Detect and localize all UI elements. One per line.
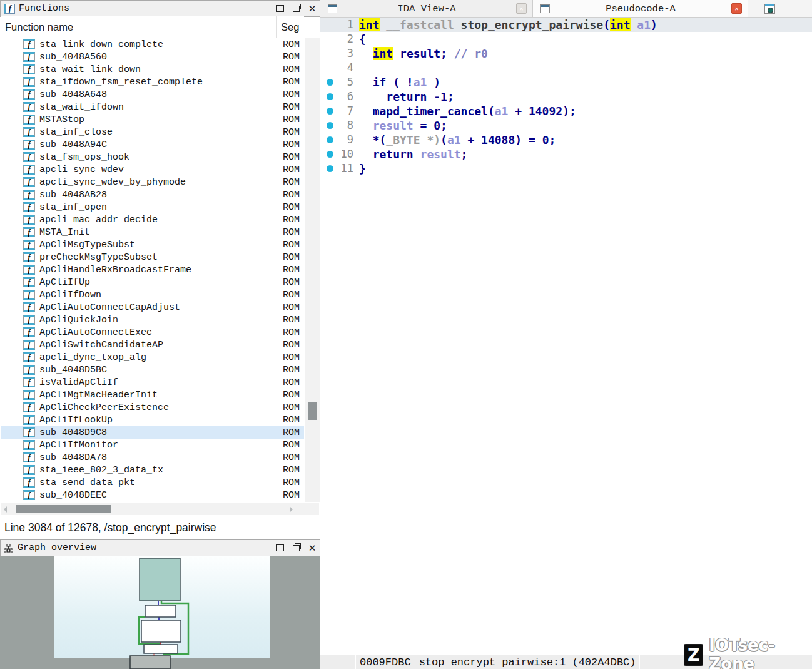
close-icon: ✕ — [308, 543, 317, 554]
code-line[interactable]: 4 — [320, 61, 812, 75]
tab-extra-view[interactable] — [748, 0, 812, 17]
function-name: ApCliAutoConnectCapAdjust — [39, 302, 280, 313]
function-row[interactable]: fApCliCheckPeerExistenceROM — [1, 401, 304, 414]
function-icon: f — [23, 302, 35, 312]
function-row[interactable]: fApCliIfUpROM — [1, 276, 304, 289]
code-line[interactable]: 2{ — [320, 32, 812, 46]
function-name: sub_4048DA78 — [39, 452, 280, 463]
function-icon: f — [23, 39, 35, 49]
function-name: ApCliMsgTypeSubst — [39, 240, 280, 250]
scroll-left-arrow-icon[interactable] — [4, 506, 7, 513]
function-name: ApCliIfUp — [39, 277, 280, 288]
function-row[interactable]: fApCliHandleRxBroadcastFrameROM — [1, 263, 304, 276]
function-icon: f — [23, 477, 35, 488]
maximize-button[interactable] — [272, 543, 288, 554]
function-name: sub_4048D9C8 — [39, 427, 280, 438]
horizontal-scrollbar-thumb[interactable] — [16, 505, 111, 513]
function-row[interactable]: fapcli_mac_addr_decideROM — [1, 213, 304, 226]
pseudocode-view[interactable]: 1int __fastcall stop_encrypt_pairwise(in… — [320, 18, 812, 655]
function-row[interactable]: fsub_4048A560ROM — [1, 51, 304, 63]
function-row[interactable]: fsta_wait_link_downROM — [1, 63, 304, 76]
column-header-segment[interactable]: Seg — [276, 16, 299, 38]
scroll-right-arrow-icon[interactable] — [290, 506, 293, 513]
code-line[interactable]: 6 return -1; — [320, 89, 812, 104]
function-row[interactable]: fsta_wait_ifdownROM — [1, 101, 304, 113]
function-list: fsta_link_down_completeROMfsub_4048A560R… — [1, 38, 304, 502]
function-row[interactable]: fMSTA_InitROM — [1, 226, 304, 238]
code-line[interactable]: 11} — [320, 161, 812, 176]
function-row[interactable]: fsta_fsm_ops_hookROM — [1, 151, 304, 163]
function-row[interactable]: fapcli_sync_wdev_by_phymodeROM — [1, 176, 304, 188]
code-text: return -1; — [359, 89, 454, 104]
float-icon — [293, 6, 300, 12]
function-icon: f — [23, 315, 35, 325]
function-row[interactable]: fsub_4048DA78ROM — [1, 451, 304, 464]
function-name: sta_inf_open — [39, 202, 280, 213]
function-list-header[interactable]: Function name Seg — [1, 16, 304, 38]
float-button[interactable] — [288, 543, 304, 554]
line-number: 8 — [320, 118, 353, 133]
function-row[interactable]: fsta_send_data_pktROM — [1, 476, 304, 489]
function-segment: ROM — [280, 302, 300, 313]
ida-view-icon — [328, 4, 337, 13]
maximize-icon — [276, 5, 284, 12]
close-button[interactable]: ✕ — [304, 543, 320, 554]
function-row[interactable]: fsta_link_down_completeROM — [1, 38, 304, 51]
function-row[interactable]: fsub_4048D9C8ROM — [1, 426, 304, 439]
function-name: preCheckMsgTypeSubset — [39, 252, 280, 263]
code-line[interactable]: 9 *(_BYTE *)(a1 + 14088) = 0; — [320, 133, 812, 147]
function-icon: f — [23, 390, 35, 400]
code-line[interactable]: 1int __fastcall stop_encrypt_pairwise(in… — [320, 18, 812, 32]
function-row[interactable]: fsta_inf_closeROM — [1, 126, 304, 138]
function-row[interactable]: fMSTAStopROM — [1, 113, 304, 126]
graph-overview-canvas[interactable] — [0, 556, 320, 669]
function-row[interactable]: fsta_ieee_802_3_data_txROM — [1, 464, 304, 476]
function-row[interactable]: fApCliAutoConnectCapAdjustROM — [1, 301, 304, 314]
function-row[interactable]: fsub_4048AB28ROM — [1, 188, 304, 201]
vertical-scrollbar-thumb[interactable] — [308, 402, 317, 420]
function-icon: f — [23, 202, 35, 212]
function-row[interactable]: fsub_4048DEECROM — [1, 489, 304, 501]
function-row[interactable]: fApCliIfMonitorROM — [1, 439, 304, 451]
function-name: ApCliIfLookUp — [39, 415, 280, 426]
code-line[interactable]: 10 return result; — [320, 147, 812, 161]
function-row[interactable]: fApCliQuickJoinROM — [1, 314, 304, 326]
code-line[interactable]: 7 mapd_timer_cancel(a1 + 14092); — [320, 104, 812, 118]
float-icon — [293, 545, 300, 551]
tab-close-icon[interactable]: ✕ — [731, 3, 742, 14]
function-row[interactable]: fsta_inf_openROM — [1, 201, 304, 213]
function-row[interactable]: fapcli_dync_txop_algROM — [1, 351, 304, 364]
function-row[interactable]: fApCliAutoConnectExecROM — [1, 326, 304, 339]
horizontal-scrollbar[interactable] — [1, 503, 319, 515]
function-segment: ROM — [280, 190, 300, 200]
float-button[interactable] — [288, 3, 304, 14]
function-row[interactable]: fapcli_sync_wdevROM — [1, 163, 304, 176]
tab-pseudocode-a[interactable]: Pseudocode-A ✕ — [533, 0, 748, 17]
code-line[interactable]: 8 result = 0; — [320, 118, 812, 133]
tab-close-icon[interactable]: ✕ — [516, 3, 527, 14]
function-segment: ROM — [280, 415, 300, 426]
maximize-button[interactable] — [272, 3, 288, 14]
function-row[interactable]: fisValidApCliIfROM — [1, 376, 304, 389]
function-row[interactable]: fsta_ifdown_fsm_reset_completeROM — [1, 76, 304, 88]
column-header-function-name[interactable]: Function name — [1, 21, 276, 33]
code-line[interactable]: 5 if ( !a1 ) — [320, 75, 812, 89]
function-row[interactable]: fsub_4048A648ROM — [1, 88, 304, 101]
code-line[interactable]: 3 int result; // r0 — [320, 46, 812, 61]
line-number: 4 — [320, 61, 353, 75]
function-row[interactable]: fApCliMsgTypeSubstROM — [1, 238, 304, 251]
close-button[interactable]: ✕ — [304, 3, 320, 14]
function-row[interactable]: fsub_4048A94CROM — [1, 138, 304, 151]
function-row[interactable]: fpreCheckMsgTypeSubsetROM — [1, 251, 304, 263]
function-row[interactable]: fApCliSwitchCandidateAPROM — [1, 339, 304, 351]
function-row[interactable]: fApCliMgtMacHeaderInitROM — [1, 389, 304, 401]
function-icon: f — [23, 427, 35, 437]
function-icon: f — [23, 365, 35, 375]
vertical-scrollbar[interactable] — [305, 38, 320, 502]
function-row[interactable]: fApCliIfDownROM — [1, 289, 304, 301]
function-row[interactable]: fsub_4048D5BCROM — [1, 364, 304, 376]
close-icon: ✕ — [308, 3, 317, 14]
tab-ida-view-a[interactable]: IDA View-A ✕ — [320, 0, 533, 17]
function-row[interactable]: fApCliIfLookUpROM — [1, 414, 304, 426]
statusbar-location: stop_encrypt_pairwise:1 (402A4DBC) — [415, 655, 641, 669]
